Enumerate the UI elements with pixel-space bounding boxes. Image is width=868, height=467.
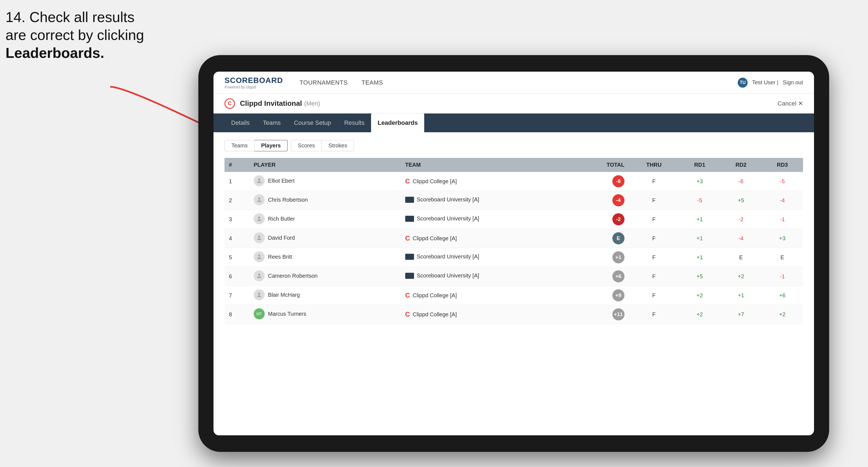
- team-logo: Scoreboard University [A]: [405, 273, 479, 279]
- cell-thru: F: [629, 210, 679, 229]
- cell-total: E: [573, 229, 629, 248]
- user-label: Test User |: [752, 79, 778, 86]
- logo-text: SCOREBOARD: [224, 76, 283, 85]
- team-logo-icon: [405, 216, 414, 222]
- player-name: Elliot Ebert: [268, 178, 295, 184]
- cell-thru: F: [629, 229, 679, 248]
- cell-team: Scoreboard University [A]: [401, 267, 573, 286]
- cell-rd1: +2: [679, 305, 720, 324]
- cell-rd1: +1: [679, 248, 720, 267]
- cell-rd2: +7: [720, 305, 762, 324]
- close-icon: ✕: [798, 100, 803, 107]
- score-badge: -2: [612, 213, 624, 225]
- cell-player: Chris Robertson: [249, 191, 401, 209]
- team-logo-icon: C: [405, 178, 410, 185]
- cell-rd3: +3: [762, 229, 803, 248]
- cell-pos: 1: [224, 172, 249, 191]
- table-header-row: # PLAYER TEAM TOTAL THRU RD1 RD2 RD3: [224, 158, 803, 172]
- table-row: 5Rees BrittScoreboard University [A]+1F+…: [224, 248, 803, 267]
- cell-team: Scoreboard University [A]: [401, 210, 573, 229]
- team-name: Scoreboard University [A]: [417, 273, 479, 279]
- team-logo: CClippd College [A]: [405, 311, 457, 318]
- score-badge: -8: [612, 175, 624, 187]
- col-rd3: RD3: [762, 158, 803, 172]
- score-badge: -4: [612, 194, 624, 206]
- score-badge: E: [612, 232, 624, 244]
- player-avatar: [254, 232, 265, 243]
- team-logo-icon: [405, 197, 414, 203]
- cell-rd2: +5: [720, 191, 762, 210]
- cell-thru: F: [629, 305, 679, 324]
- tournament-subtitle: (Men): [304, 100, 320, 107]
- cell-thru: F: [629, 172, 679, 191]
- user-avatar: TU: [738, 78, 748, 88]
- cell-rd3: -4: [762, 191, 803, 210]
- tournament-header: C Clippd Invitational (Men) Cancel ✕: [214, 94, 814, 114]
- cell-pos: 8: [224, 305, 249, 324]
- player-avatar: [254, 289, 265, 300]
- filter-scores[interactable]: Scores: [291, 140, 322, 151]
- tab-leaderboards[interactable]: Leaderboards: [371, 114, 425, 132]
- cell-team: Scoreboard University [A]: [401, 191, 573, 210]
- cell-rd1: +5: [679, 267, 720, 286]
- col-player: PLAYER: [249, 158, 401, 172]
- cell-thru: F: [629, 286, 679, 305]
- cell-pos: 7: [224, 286, 249, 305]
- tournament-title: Clippd Invitational: [240, 99, 302, 108]
- filter-players[interactable]: Players: [254, 140, 287, 151]
- col-rd2: RD2: [720, 158, 762, 172]
- svg-point-7: [258, 292, 260, 295]
- player-avatar: [254, 270, 265, 281]
- cell-rd1: +3: [679, 172, 720, 191]
- cell-player: Cameron Robertson: [249, 267, 401, 285]
- table-row: 6Cameron RobertsonScoreboard University …: [224, 267, 803, 286]
- svg-point-2: [258, 197, 260, 200]
- cell-player: Elliot Ebert: [249, 172, 401, 190]
- tablet-frame: SCOREBOARD Powered by clippd TOURNAMENTS…: [198, 55, 829, 452]
- cell-player: David Ford: [249, 229, 401, 247]
- player-name: Blair McHarg: [268, 292, 300, 298]
- player-avatar: [254, 175, 265, 186]
- nav-tournaments[interactable]: TOURNAMENTS: [300, 79, 348, 86]
- logo-area: SCOREBOARD Powered by clippd: [224, 76, 283, 89]
- team-logo: CClippd College [A]: [405, 235, 457, 242]
- top-nav: SCOREBOARD Powered by clippd TOURNAMENTS…: [214, 72, 814, 94]
- team-name: Clippd College [A]: [413, 311, 457, 318]
- cell-thru: F: [629, 191, 679, 210]
- instruction-text: 14. Check all results are correct by cli…: [5, 8, 144, 62]
- cell-rd3: E: [762, 248, 803, 267]
- cell-total: -2: [573, 210, 629, 229]
- filter-teams[interactable]: Teams: [224, 140, 254, 151]
- sign-out-link[interactable]: Sign out: [783, 79, 803, 86]
- tab-details[interactable]: Details: [224, 114, 256, 132]
- col-total: TOTAL: [573, 158, 629, 172]
- cell-total: +6: [573, 267, 629, 286]
- player-name: Rich Butler: [268, 216, 295, 222]
- table-row: 1Elliot EbertCClippd College [A]-8F+3-6-…: [224, 172, 803, 191]
- svg-point-6: [258, 274, 260, 276]
- tab-teams[interactable]: Teams: [256, 114, 287, 132]
- cell-team: CClippd College [A]: [401, 229, 573, 248]
- cell-thru: F: [629, 267, 679, 286]
- team-name: Clippd College [A]: [413, 292, 457, 299]
- cell-rd2: +2: [720, 267, 762, 286]
- cancel-button[interactable]: Cancel ✕: [778, 100, 803, 107]
- table-row: 3Rich ButlerScoreboard University [A]-2F…: [224, 210, 803, 229]
- player-name: David Ford: [268, 235, 295, 241]
- team-logo: Scoreboard University [A]: [405, 196, 479, 203]
- filter-strokes[interactable]: Strokes: [322, 140, 354, 151]
- tablet-screen: SCOREBOARD Powered by clippd TOURNAMENTS…: [214, 72, 814, 435]
- content-area: Teams Players Scores Strokes # PLAYER TE…: [214, 132, 814, 435]
- cell-rd3: +6: [762, 286, 803, 305]
- nav-teams[interactable]: TEAMS: [362, 79, 383, 86]
- svg-point-5: [258, 255, 260, 257]
- team-logo-icon: [405, 254, 414, 260]
- tab-bar: Details Teams Course Setup Results Leade…: [214, 114, 814, 132]
- player-avatar: [254, 194, 265, 205]
- cell-rd3: -1: [762, 210, 803, 229]
- cell-rd2: -4: [720, 229, 762, 248]
- tab-results[interactable]: Results: [338, 114, 371, 132]
- team-name: Scoreboard University [A]: [417, 196, 479, 203]
- team-logo: Scoreboard University [A]: [405, 215, 479, 222]
- tab-course-setup[interactable]: Course Setup: [287, 114, 338, 132]
